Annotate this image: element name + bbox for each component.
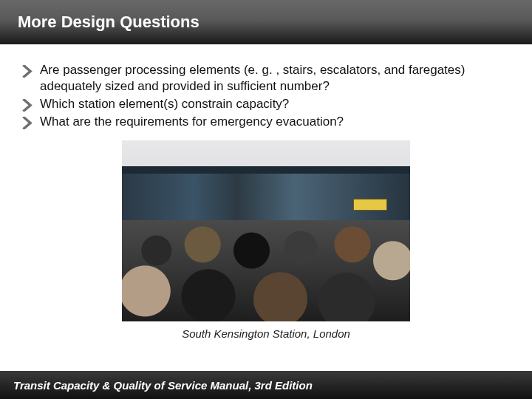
footer-bar: Transit Capacity & Quality of Service Ma… <box>0 371 532 399</box>
list-item: What are the requirements for emergency … <box>22 114 510 130</box>
chevron-right-icon <box>22 99 33 109</box>
chevron-right-icon <box>22 65 33 75</box>
list-item: Are passenger processing elements (e. g.… <box>22 62 510 95</box>
station-photo <box>122 140 410 321</box>
bullet-text: Which station element(s) constrain capac… <box>40 96 510 112</box>
slide-title: More Design Questions <box>18 13 200 32</box>
bullet-list: Are passenger processing elements (e. g.… <box>22 62 510 130</box>
bullet-text: Are passenger processing elements (e. g.… <box>40 62 510 95</box>
bullet-text: What are the requirements for emergency … <box>40 114 510 130</box>
list-item: Which station element(s) constrain capac… <box>22 96 510 112</box>
chevron-right-icon <box>22 117 33 127</box>
content-area: Are passenger processing elements (e. g.… <box>0 44 532 340</box>
image-container <box>22 140 510 321</box>
image-caption: South Kensington Station, London <box>22 327 510 340</box>
title-bar: More Design Questions <box>0 0 532 44</box>
footer-text: Transit Capacity & Quality of Service Ma… <box>13 379 313 392</box>
